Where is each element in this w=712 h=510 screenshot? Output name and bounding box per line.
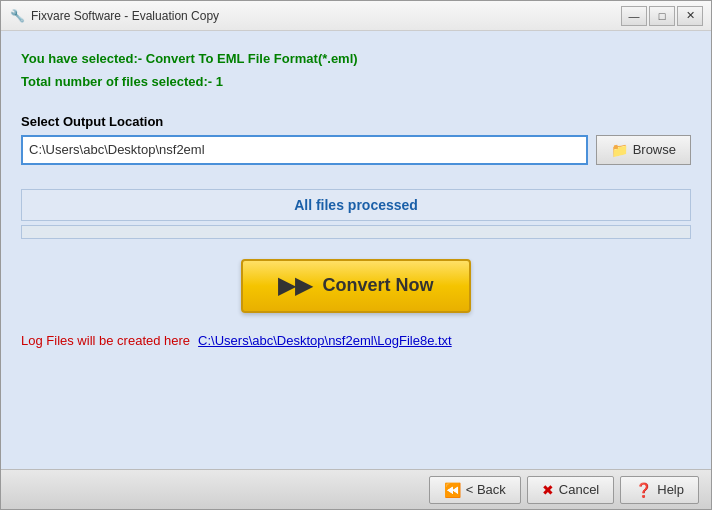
app-icon: 🔧 xyxy=(9,8,25,24)
convert-label: Convert Now xyxy=(322,275,433,296)
progress-area: All files processed xyxy=(21,189,691,239)
cancel-label: Cancel xyxy=(559,482,599,497)
convert-button[interactable]: ▶▶ Convert Now xyxy=(241,259,471,313)
output-path-input[interactable] xyxy=(21,135,588,165)
selected-format-text: You have selected:- Convert To EML File … xyxy=(21,47,691,70)
total-files-text: Total number of files selected:- 1 xyxy=(21,70,691,93)
convert-icon: ▶▶ xyxy=(278,273,312,299)
back-label: < Back xyxy=(466,482,506,497)
output-row: 📁 Browse xyxy=(21,135,691,165)
cancel-button[interactable]: ✖ Cancel xyxy=(527,476,614,504)
browse-label: Browse xyxy=(633,142,676,157)
window-title: Fixvare Software - Evaluation Copy xyxy=(31,9,621,23)
convert-section: ▶▶ Convert Now xyxy=(21,259,691,313)
close-button[interactable]: ✕ xyxy=(677,6,703,26)
log-prefix: Log Files will be created here xyxy=(21,333,190,348)
log-section: Log Files will be created here C:\Users\… xyxy=(21,333,691,348)
help-button[interactable]: ❓ Help xyxy=(620,476,699,504)
back-icon: ⏪ xyxy=(444,482,461,498)
minimize-button[interactable]: — xyxy=(621,6,647,26)
title-bar: 🔧 Fixvare Software - Evaluation Copy — □… xyxy=(1,1,711,31)
progress-bar-container: All files processed xyxy=(21,189,691,221)
bottom-bar: ⏪ < Back ✖ Cancel ❓ Help xyxy=(1,469,711,509)
main-content: You have selected:- Convert To EML File … xyxy=(1,31,711,469)
cancel-icon: ✖ xyxy=(542,482,554,498)
output-label: Select Output Location xyxy=(21,114,691,129)
main-window: 🔧 Fixvare Software - Evaluation Copy — □… xyxy=(0,0,712,510)
help-icon: ❓ xyxy=(635,482,652,498)
progress-track xyxy=(21,225,691,239)
help-label: Help xyxy=(657,482,684,497)
browse-icon: 📁 xyxy=(611,142,628,158)
back-button[interactable]: ⏪ < Back xyxy=(429,476,521,504)
progress-status: All files processed xyxy=(294,197,418,213)
output-section: Select Output Location 📁 Browse xyxy=(21,114,691,165)
browse-button[interactable]: 📁 Browse xyxy=(596,135,691,165)
window-controls: — □ ✕ xyxy=(621,6,703,26)
log-link[interactable]: C:\Users\abc\Desktop\nsf2eml\LogFile8e.t… xyxy=(198,333,452,348)
info-section: You have selected:- Convert To EML File … xyxy=(21,47,691,94)
maximize-button[interactable]: □ xyxy=(649,6,675,26)
